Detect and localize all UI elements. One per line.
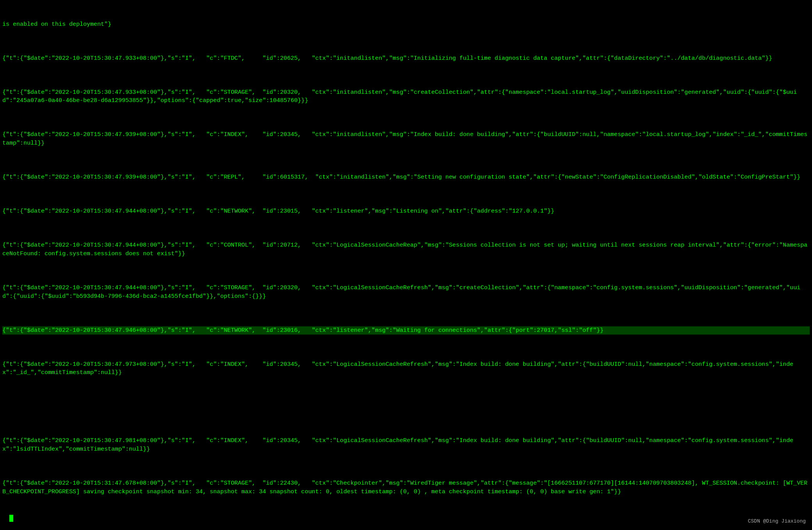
log-line-6: {"t":{"$date":"2022-10-20T15:30:47.944+0… xyxy=(2,241,810,258)
log-line-1: {"t":{"$date":"2022-10-20T15:30:47.933+0… xyxy=(2,54,810,63)
log-line-blank xyxy=(2,403,810,411)
log-line-3: {"t":{"$date":"2022-10-20T15:30:47.939+0… xyxy=(2,131,810,148)
log-line-0: is enabled on this deployment"} xyxy=(2,20,810,29)
terminal-output: is enabled on this deployment"} {"t":{"$… xyxy=(2,3,810,522)
log-line-7: {"t":{"$date":"2022-10-20T15:30:47.944+0… xyxy=(2,284,810,301)
log-line-4: {"t":{"$date":"2022-10-20T15:30:47.939+0… xyxy=(2,173,810,182)
watermark: CSDN @Ding Jiaxiong xyxy=(748,518,806,525)
log-line-10: {"t":{"$date":"2022-10-20T15:30:47.981+0… xyxy=(2,437,810,454)
log-line-5: {"t":{"$date":"2022-10-20T15:30:47.944+0… xyxy=(2,207,810,216)
log-line-11: {"t":{"$date":"2022-10-20T15:31:47.678+0… xyxy=(2,479,810,496)
terminal-cursor xyxy=(9,515,13,522)
log-line-8-highlighted: {"t":{"$date":"2022-10-20T15:30:47.946+0… xyxy=(2,326,810,335)
log-line-9: {"t":{"$date":"2022-10-20T15:30:47.973+0… xyxy=(2,360,810,378)
log-line-2: {"t":{"$date":"2022-10-20T15:30:47.933+0… xyxy=(2,88,810,106)
